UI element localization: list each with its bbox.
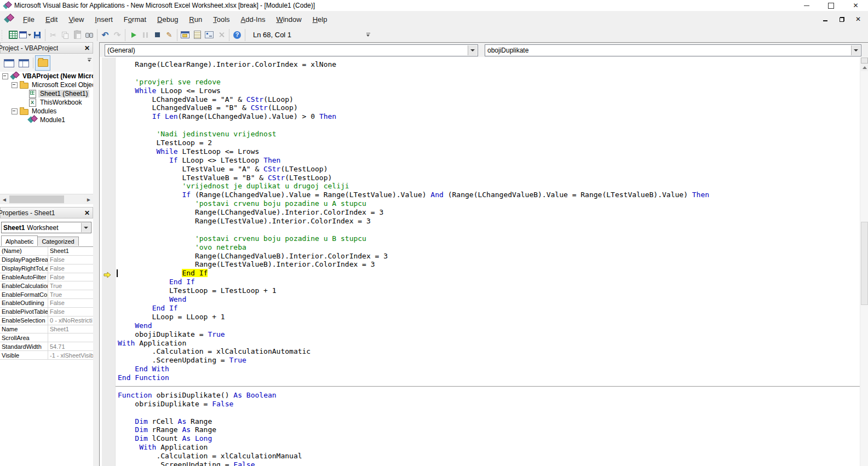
tree-item-modules[interactable]: Modules [0, 107, 93, 116]
chevron-down-icon[interactable] [81, 223, 90, 232]
menu-format[interactable]: Format [118, 13, 152, 26]
menu-help[interactable]: Help [307, 13, 333, 26]
code-line[interactable]: With Application [116, 443, 860, 452]
toolbar-overflow-button[interactable] [365, 30, 371, 41]
scroll-left-icon[interactable]: ◄ [0, 195, 9, 204]
code-line[interactable]: End If [116, 269, 860, 278]
code-line[interactable]: .ScreenUpdating = True [116, 356, 860, 365]
design-mode-button[interactable]: ✎ [163, 29, 175, 41]
property-value[interactable]: -1 - xlSheetVisib [48, 352, 93, 359]
save-button[interactable] [31, 29, 43, 41]
excel-icon[interactable] [7, 29, 19, 41]
project-panel-close-icon[interactable]: ✕ [83, 44, 91, 52]
tree-item-vbaproject-new-micros[interactable]: VBAProject (New Micros [0, 72, 93, 80]
code-line[interactable]: If (Range(LChangedValue).Value = Range(L… [116, 191, 860, 199]
project-panel-header[interactable]: Project - VBAProject ✕ [0, 42, 93, 54]
redo-button[interactable]: ↷ [111, 29, 123, 41]
code-line[interactable]: 'postavi crvenu boju pozadine u A stupcu [116, 199, 860, 208]
code-line[interactable]: LTestLoop = 2 [116, 139, 860, 147]
code-line[interactable]: Range(LChangedValue).Interior.ColorIndex… [116, 208, 860, 217]
code-line[interactable]: End If [116, 278, 860, 286]
object-browser-button[interactable] [203, 29, 215, 41]
code-line[interactable]: Range(LTestValue).Interior.ColorIndex = … [116, 217, 860, 226]
object-selector-dropdown[interactable]: Sheet1 Worksheet [1, 222, 91, 233]
code-line[interactable]: .Calculation = xlCalculationAutomatic [116, 347, 860, 356]
code-line[interactable]: obrisiDuplikate = False [116, 400, 860, 409]
code-line[interactable]: End Function [116, 373, 860, 382]
tree-item-thisworkbook[interactable]: ThisWorkbook [0, 98, 93, 107]
code-vertical-scrollbar[interactable] [860, 57, 868, 466]
menu-tools[interactable]: Tools [208, 13, 235, 26]
insert-userform-button[interactable] [19, 29, 31, 41]
code-line[interactable]: Range(LTestValueB).Interior.ColorIndex =… [116, 260, 860, 269]
code-line[interactable]: 'ovo netreba [116, 243, 860, 252]
margin-indicator-bar[interactable] [102, 57, 116, 466]
code-line[interactable]: .ScreenUpdating = False [116, 461, 860, 466]
code-line[interactable] [116, 226, 860, 234]
menu-window[interactable]: Window [271, 13, 307, 26]
code-line[interactable]: Function obrisiDuplikate() As Boolean [116, 391, 860, 400]
tab-alphabetic[interactable]: Alphabetic [1, 235, 38, 246]
close-button[interactable]: ✕ [843, 0, 868, 11]
code-line[interactable]: While LTestLoop <= Lrows [116, 147, 860, 156]
property-value[interactable]: False [48, 265, 93, 272]
scrollbar-thumb[interactable] [9, 195, 64, 203]
code-editor[interactable]: Range(LClearRange).Interior.ColorIndex =… [116, 57, 860, 466]
menu-run[interactable]: Run [183, 13, 208, 26]
property-value[interactable]: 0 - xlNoRestricti [48, 317, 93, 324]
tree-item-module1[interactable]: Module1 [0, 116, 93, 124]
code-line[interactable]: While LLoop <= Lrows [116, 87, 860, 95]
reset-button[interactable] [151, 29, 163, 41]
code-line[interactable]: 'Nadi jedinstvenu vrijednost [116, 130, 860, 139]
chevron-down-icon[interactable] [468, 45, 477, 55]
break-button[interactable] [139, 29, 151, 41]
code-line[interactable]: Dim rCell As Range [116, 417, 860, 426]
code-line[interactable]: LTestValueB = "B" & CStr(LTestLoop) [116, 174, 860, 182]
menu-debug[interactable]: Debug [152, 13, 183, 26]
property-value[interactable]: True [48, 291, 93, 298]
run-button[interactable] [127, 29, 139, 41]
code-line[interactable]: Wend [116, 295, 860, 304]
code-line[interactable]: obojiDuplikate = True [116, 330, 860, 339]
code-line[interactable]: 'provjeri sve redove [116, 78, 860, 87]
code-line[interactable]: With Application [116, 339, 860, 348]
mdi-close-button[interactable]: ✕ [854, 15, 863, 23]
code-line[interactable]: LLoop = LLoop + 1 [116, 313, 860, 321]
scrollbar-thumb[interactable] [861, 222, 868, 305]
collapse-icon[interactable] [12, 108, 18, 114]
project-horizontal-scrollbar[interactable]: ◄ ► [0, 194, 93, 204]
property-value[interactable]: 54.71 [48, 343, 93, 350]
menu-view[interactable]: View [63, 13, 89, 26]
property-value[interactable]: False [48, 308, 93, 315]
code-line[interactable]: Dim lCount As Long [116, 434, 860, 443]
code-line[interactable]: End With [116, 365, 860, 373]
property-value[interactable]: False [48, 274, 93, 280]
mdi-restore-button[interactable] [837, 15, 846, 23]
dock-splitter[interactable] [93, 42, 99, 466]
code-line[interactable]: Range(LClearRange).Interior.ColorIndex =… [116, 60, 860, 69]
view-object-button[interactable] [16, 56, 31, 70]
property-value[interactable]: Sheet1 [48, 326, 93, 332]
property-value[interactable]: Sheet1 [48, 248, 93, 254]
code-line[interactable]: LChangedValueB = "B" & CStr(LLoop) [116, 103, 860, 112]
find-button[interactable] [83, 29, 95, 41]
tab-categorized[interactable]: Categorized [37, 237, 78, 246]
code-line[interactable]: If Len(Range(LChangedValue).Value) > 0 T… [116, 112, 860, 121]
minimize-button[interactable] [794, 0, 819, 11]
property-value[interactable]: False [48, 256, 93, 263]
menu-edit[interactable]: Edit [40, 13, 63, 26]
property-value[interactable]: True [48, 283, 93, 289]
cut-button[interactable]: ✂ [47, 29, 59, 41]
split-handle[interactable] [861, 57, 868, 64]
menu-insert[interactable]: Insert [89, 13, 118, 26]
property-value[interactable]: False [48, 300, 93, 306]
code-line[interactable]: 'postavi crvenu boju pozadine u B stupcu [116, 234, 860, 243]
procedure-dropdown[interactable]: obojiDuplikate [485, 44, 861, 56]
collapse-icon[interactable] [12, 82, 18, 88]
view-code-button[interactable] [2, 56, 16, 70]
properties-panel-close-icon[interactable]: ✕ [83, 209, 91, 217]
code-line[interactable] [116, 409, 860, 417]
code-line[interactable]: End If [116, 304, 860, 313]
properties-window-button[interactable] [191, 29, 203, 41]
project-explorer-button[interactable] [179, 29, 191, 41]
